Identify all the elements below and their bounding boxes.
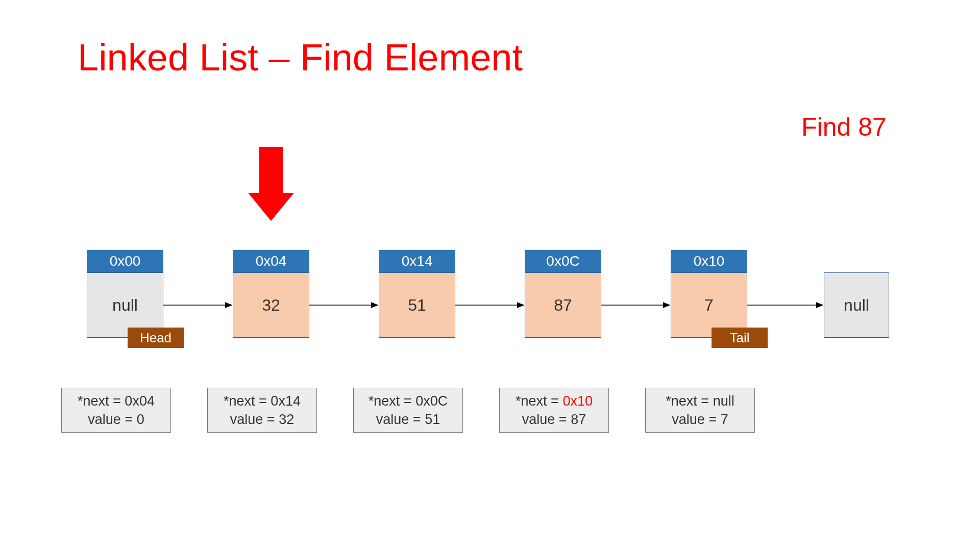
- list-node: 0x107Tail: [671, 250, 747, 338]
- node-info-next: *next = 0x04: [78, 392, 155, 410]
- node-address: 0x04: [233, 250, 309, 272]
- null-terminal-label: null: [844, 296, 869, 315]
- node-info: *next = 0x04value = 0: [61, 388, 171, 433]
- head-tag: Head: [128, 328, 184, 348]
- find-label: Find 87: [801, 112, 887, 142]
- node-info-value: value = 7: [672, 410, 728, 429]
- node-info-next: *next = 0x14: [224, 392, 301, 410]
- node-info: *next = nullvalue = 7: [645, 388, 755, 433]
- node-address: 0x14: [379, 250, 455, 272]
- node-info-value: value = 87: [522, 410, 586, 429]
- null-terminal: null: [824, 272, 889, 338]
- list-node: 0x1451: [379, 250, 455, 338]
- node-value: 51: [379, 272, 455, 338]
- node-address: 0x10: [671, 250, 747, 272]
- node-address: 0x0C: [525, 250, 601, 272]
- node-info: *next = 0x10value = 87: [499, 388, 609, 433]
- node-info: *next = 0x0Cvalue = 51: [353, 388, 463, 433]
- node-info-value: value = 32: [230, 410, 294, 429]
- node-info-next: *next = null: [666, 392, 734, 410]
- page-title: Linked List – Find Element: [78, 36, 523, 79]
- node-address: 0x00: [87, 250, 163, 272]
- node-info-value: value = 0: [88, 410, 144, 429]
- node-info: *next = 0x14value = 32: [207, 388, 317, 433]
- node-info-next: *next = 0x10: [516, 392, 593, 410]
- list-node: 0x0C87: [525, 250, 601, 338]
- node-info-value: value = 51: [376, 410, 440, 429]
- node-value: 87: [525, 272, 601, 338]
- tail-tag: Tail: [712, 328, 768, 348]
- node-info-next: *next = 0x0C: [369, 392, 448, 410]
- list-node: 0x0432: [233, 250, 309, 338]
- node-value: 32: [233, 272, 309, 338]
- list-node: 0x00nullHead: [87, 250, 163, 338]
